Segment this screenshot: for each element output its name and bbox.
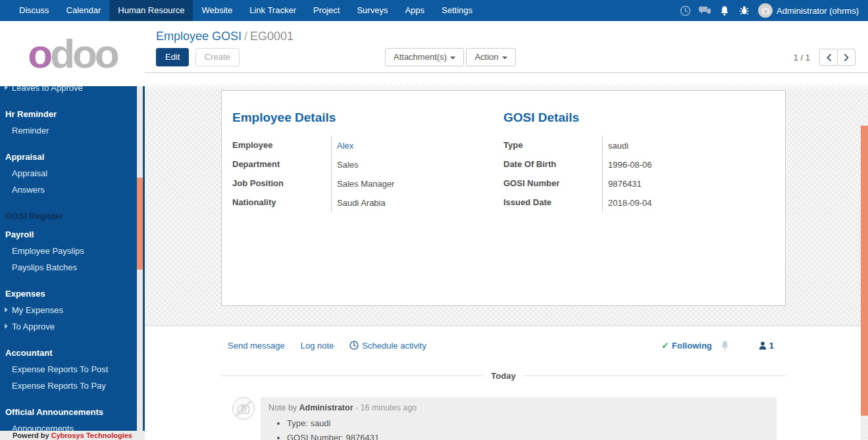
field-label: Job Position (232, 174, 331, 193)
note-timestamp: - 16 minutes ago (355, 403, 417, 412)
sidebar-item-payslips-batches[interactable]: Payslips Batches (0, 259, 137, 276)
breadcrumb: Employee GOSI/EG0001 (145, 21, 868, 43)
sidebar-scrollbar[interactable] (137, 86, 143, 431)
main-area: Employee GOSI/EG0001 Edit Create Attachm… (145, 21, 868, 440)
schedule-clock-icon (349, 341, 359, 350)
sidebar-section-appraisal[interactable]: Appraisal (0, 149, 137, 165)
sidebar-item-appraisal[interactable]: Appraisal (0, 165, 137, 182)
follow-area: ✓ Following 1 (661, 340, 786, 351)
odoo-logo: odoo (0, 21, 145, 86)
pager-value: 1 / 1 (794, 53, 810, 62)
note-message: Note by Administrator - 16 minutes ago T… (221, 397, 786, 440)
today-divider: Today (221, 371, 786, 381)
chevron-down-icon (450, 57, 455, 59)
powered-by-footer: Powerd by Cybrosys Technologies (0, 431, 145, 440)
menu-project[interactable]: Project (305, 0, 348, 21)
attachments-dropdown-button[interactable]: Attachment(s) (385, 48, 464, 66)
page-scrollbar-thumb[interactable] (861, 126, 868, 416)
employee-details-title: Employee Details (232, 110, 503, 125)
menu-settings[interactable]: Settings (433, 0, 481, 21)
menu-website[interactable]: Website (193, 0, 241, 21)
sidebar-section-hr-reminder[interactable]: Hr Reminder (0, 106, 137, 122)
note-bullet: Type: saudi (287, 418, 769, 428)
breadcrumb-separator: / (242, 30, 250, 43)
create-button[interactable]: Create (195, 48, 240, 66)
sidebar-item-expense-reports-to-pay[interactable]: Expense Reports To Pay (0, 378, 137, 394)
field-employee: Employee Alex (232, 136, 503, 155)
menu-apps[interactable]: Apps (396, 0, 433, 21)
user-menu[interactable]: Administrator (ohrms) (777, 6, 861, 16)
following-button[interactable]: Following (672, 341, 712, 351)
employee-link[interactable]: Alex (331, 136, 503, 155)
check-icon: ✓ (661, 341, 669, 351)
note-author[interactable]: Administrator (299, 403, 353, 412)
menu-calendar[interactable]: Calendar (58, 0, 110, 21)
main-menu: Discuss Calendar Human Resource Website … (11, 0, 481, 21)
page-scrollbar[interactable] (861, 126, 868, 440)
sidebar-item-reminder[interactable]: Reminder (0, 122, 137, 139)
sidebar-section-accountant[interactable]: Accountant (0, 345, 137, 361)
field-value: saudi (602, 136, 775, 155)
control-panel-buttons-row: Edit Create Attachment(s) Action 1 / 1 (156, 48, 857, 66)
menu-discuss[interactable]: Discuss (11, 0, 58, 21)
field-label: Employee (232, 136, 331, 155)
edit-button[interactable]: Edit (156, 48, 189, 66)
send-message-link[interactable]: Send message (228, 341, 285, 351)
field-job-position: Job Position Sales Manager (232, 174, 503, 193)
log-note-link[interactable]: Log note (301, 341, 334, 351)
dropdown-button-group: Attachment(s) Action (385, 48, 516, 66)
sidebar-section-official-announcements[interactable]: Official Announcements (0, 404, 137, 420)
followers-button[interactable]: 1 (759, 341, 774, 351)
form-view-background: Employee Details Employee Alex Departmen… (145, 73, 868, 440)
sidebar-section-payroll[interactable]: Payroll (0, 226, 137, 243)
sidebar-item-answers[interactable]: Answers (0, 182, 137, 198)
field-value: Sales Manager (331, 174, 503, 193)
field-gosi-number: GOSI Number 9876431 (503, 174, 775, 193)
note-author-avatar (232, 397, 255, 420)
field-department: Department Sales (232, 155, 503, 174)
sidebar-item-my-expenses[interactable]: My Expenses (0, 302, 137, 318)
pager-previous-button[interactable] (819, 49, 838, 66)
field-value: Saudi Arabia (331, 193, 503, 212)
control-panel: Employee GOSI/EG0001 Edit Create Attachm… (145, 21, 868, 73)
sidebar-item-expense-reports-to-post[interactable]: Expense Reports To Post (0, 361, 137, 378)
sidebar-section-gosi-register[interactable]: GOSI Register (0, 208, 137, 224)
follow-bell-icon[interactable] (720, 340, 730, 351)
menu-human-resource[interactable]: Human Resource (109, 0, 193, 21)
powered-by-text: Powerd by (13, 431, 49, 439)
bug-icon[interactable] (734, 0, 754, 21)
sidebar-menu: Leaves to Approve Hr Reminder Reminder A… (0, 86, 137, 431)
field-value: 1996-08-06 (602, 155, 775, 174)
sidebar-item-to-approve[interactable]: To Approve (0, 318, 137, 335)
note-body: Note by Administrator - 16 minutes ago T… (261, 397, 777, 440)
breadcrumb-parent-link[interactable]: Employee GOSI (156, 30, 242, 43)
person-icon (759, 341, 767, 350)
sidebar-item-employee-payslips[interactable]: Employee Payslips (0, 243, 137, 259)
activity-clock-icon[interactable] (675, 0, 695, 21)
pager-next-button[interactable] (837, 49, 855, 66)
today-label: Today (482, 371, 524, 381)
employee-details-section: Employee Details Employee Alex Departmen… (232, 110, 503, 212)
sidebar-section-expenses[interactable]: Expenses (0, 285, 137, 302)
breadcrumb-current: EG0001 (250, 30, 294, 43)
gosi-details-section: GOSI Details Type saudi Date Of Birth 19… (503, 110, 775, 212)
cybrosys-link[interactable]: Cybrosys Technologies (51, 431, 132, 439)
field-label: Nationality (232, 193, 331, 212)
action-dropdown-button[interactable]: Action (466, 48, 515, 66)
messages-icon[interactable] (695, 0, 715, 21)
sidebar: Leaves to Approve Hr Reminder Reminder A… (0, 21, 145, 440)
top-navbar: Discuss Calendar Human Resource Website … (0, 0, 868, 21)
sidebar-scrollbar-thumb[interactable] (137, 178, 143, 270)
field-value: 9876431 (602, 174, 775, 193)
field-value: 2018-09-04 (602, 193, 775, 212)
form-sheet: Employee Details Employee Alex Departmen… (221, 90, 786, 306)
schedule-activity-link[interactable]: Schedule activity (349, 341, 426, 351)
notifications-bell-icon[interactable] (715, 0, 734, 21)
field-value: Sales (331, 155, 503, 174)
field-label: Date Of Birth (503, 155, 602, 174)
field-issued-date: Issued Date 2018-09-04 (503, 193, 775, 212)
menu-link-tracker[interactable]: Link Tracker (241, 0, 305, 21)
systray: Administrator (ohrms) (675, 0, 868, 21)
menu-surveys[interactable]: Surveys (348, 0, 396, 21)
user-avatar[interactable] (758, 3, 773, 18)
